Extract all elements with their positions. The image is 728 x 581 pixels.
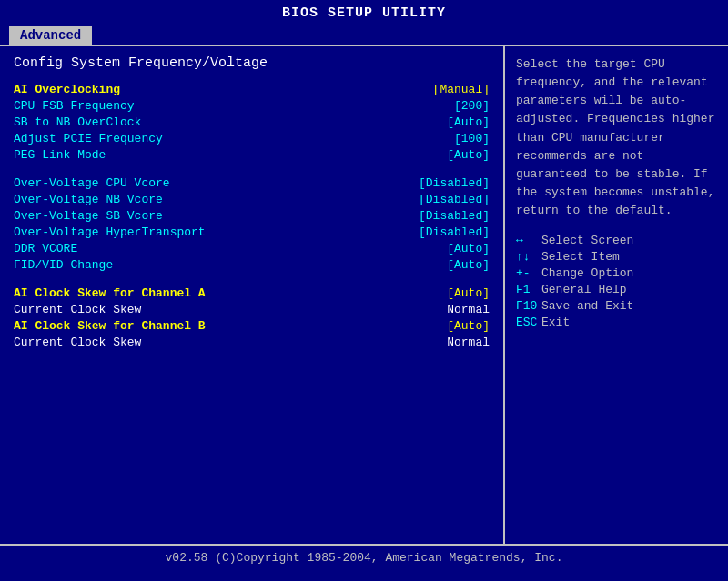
setting-row[interactable]: Current Clock SkewNormal bbox=[14, 336, 490, 349]
setting-value: [Auto] bbox=[447, 148, 490, 162]
key-row: +-Change Option bbox=[516, 266, 717, 280]
right-description: Select the target CPU frequency, and the… bbox=[516, 55, 717, 220]
setting-value: [Disabled] bbox=[419, 225, 490, 239]
key-label: Select Item bbox=[541, 250, 620, 264]
key-label: General Help bbox=[541, 283, 627, 296]
setting-label: AI Clock Skew for Channel B bbox=[14, 319, 206, 333]
setting-value: [Disabled] bbox=[419, 176, 490, 190]
setting-value: Normal bbox=[447, 336, 490, 349]
spacer-5 bbox=[14, 165, 490, 174]
bios-title: BIOS SETUP UTILITY bbox=[0, 0, 728, 26]
key-label: Select Screen bbox=[541, 234, 633, 247]
key-help: ↔Select Screen↑↓Select Item+-Change Opti… bbox=[516, 234, 717, 329]
tab-bar: Advanced bbox=[0, 26, 728, 45]
title-text: BIOS SETUP UTILITY bbox=[282, 5, 446, 21]
setting-value: [Manual] bbox=[433, 83, 490, 96]
setting-value: [Auto] bbox=[447, 242, 490, 255]
setting-row[interactable]: Over-Voltage CPU Vcore[Disabled] bbox=[14, 176, 490, 190]
key-row: ↔Select Screen bbox=[516, 234, 717, 247]
footer-text: v02.58 (C)Copyright 1985-2004, American … bbox=[166, 551, 563, 565]
setting-label: Over-Voltage CPU Vcore bbox=[14, 176, 170, 190]
setting-value: [Disabled] bbox=[419, 193, 490, 206]
setting-row[interactable]: SB to NB OverClock[Auto] bbox=[14, 115, 490, 129]
setting-row[interactable]: CPU FSB Frequency[200] bbox=[14, 99, 490, 113]
setting-label: AI Overclocking bbox=[14, 83, 120, 96]
key-label: Exit bbox=[541, 316, 570, 329]
setting-row[interactable]: AI Overclocking[Manual] bbox=[14, 83, 490, 96]
settings-list: AI Overclocking[Manual]CPU FSB Frequency… bbox=[14, 83, 490, 349]
setting-label: Adjust PCIE Frequency bbox=[14, 132, 163, 145]
setting-row[interactable]: Over-Voltage HyperTransport[Disabled] bbox=[14, 225, 490, 239]
setting-value: [100] bbox=[454, 132, 490, 145]
setting-row[interactable]: Over-Voltage SB Vcore[Disabled] bbox=[14, 209, 490, 223]
key-symbol: ↑↓ bbox=[516, 250, 541, 264]
setting-label: Current Clock Skew bbox=[14, 303, 141, 316]
key-row: ↑↓Select Item bbox=[516, 250, 717, 264]
setting-row[interactable]: Over-Voltage NB Vcore[Disabled] bbox=[14, 193, 490, 206]
setting-label: CPU FSB Frequency bbox=[14, 99, 135, 113]
setting-row[interactable]: AI Clock Skew for Channel A[Auto] bbox=[14, 286, 490, 300]
key-row: ESCExit bbox=[516, 316, 717, 329]
key-label: Change Option bbox=[541, 266, 633, 280]
setting-label: DDR VCORE bbox=[14, 242, 77, 255]
spacer-12 bbox=[14, 275, 490, 284]
setting-label: PEG Link Mode bbox=[14, 148, 106, 162]
key-symbol: ↔ bbox=[516, 234, 541, 247]
main-content: Config System Frequency/Voltage AI Overc… bbox=[0, 45, 728, 546]
setting-row[interactable]: DDR VCORE[Auto] bbox=[14, 242, 490, 255]
right-panel: Select the target CPU frequency, and the… bbox=[505, 46, 728, 544]
key-symbol: +- bbox=[516, 266, 541, 280]
setting-label: AI Clock Skew for Channel A bbox=[14, 286, 206, 300]
setting-value: [Auto] bbox=[447, 258, 490, 272]
setting-row[interactable]: AI Clock Skew for Channel B[Auto] bbox=[14, 319, 490, 333]
setting-value: [Auto] bbox=[447, 286, 490, 300]
footer: v02.58 (C)Copyright 1985-2004, American … bbox=[0, 546, 728, 570]
section-title: Config System Frequency/Voltage bbox=[14, 55, 490, 75]
setting-value: [Auto] bbox=[447, 319, 490, 333]
setting-row[interactable]: FID/VID Change[Auto] bbox=[14, 258, 490, 272]
tab-advanced[interactable]: Advanced bbox=[9, 26, 92, 45]
setting-label: Over-Voltage NB Vcore bbox=[14, 193, 163, 206]
setting-row[interactable]: Adjust PCIE Frequency[100] bbox=[14, 132, 490, 145]
setting-label: Over-Voltage SB Vcore bbox=[14, 209, 163, 223]
key-row: F10Save and Exit bbox=[516, 299, 717, 313]
key-symbol: F10 bbox=[516, 299, 541, 313]
left-panel: Config System Frequency/Voltage AI Overc… bbox=[0, 46, 505, 544]
setting-row[interactable]: Current Clock SkewNormal bbox=[14, 303, 490, 316]
setting-label: Over-Voltage HyperTransport bbox=[14, 225, 206, 239]
setting-value: Normal bbox=[447, 303, 490, 316]
key-row: F1General Help bbox=[516, 283, 717, 296]
setting-value: [Auto] bbox=[447, 115, 490, 129]
key-symbol: ESC bbox=[516, 316, 541, 329]
setting-label: FID/VID Change bbox=[14, 258, 113, 272]
setting-value: [Disabled] bbox=[419, 209, 490, 223]
key-symbol: F1 bbox=[516, 283, 541, 296]
setting-label: SB to NB OverClock bbox=[14, 115, 141, 129]
setting-label: Current Clock Skew bbox=[14, 336, 141, 349]
setting-value: [200] bbox=[454, 99, 490, 113]
setting-row[interactable]: PEG Link Mode[Auto] bbox=[14, 148, 490, 162]
key-label: Save and Exit bbox=[541, 299, 633, 313]
